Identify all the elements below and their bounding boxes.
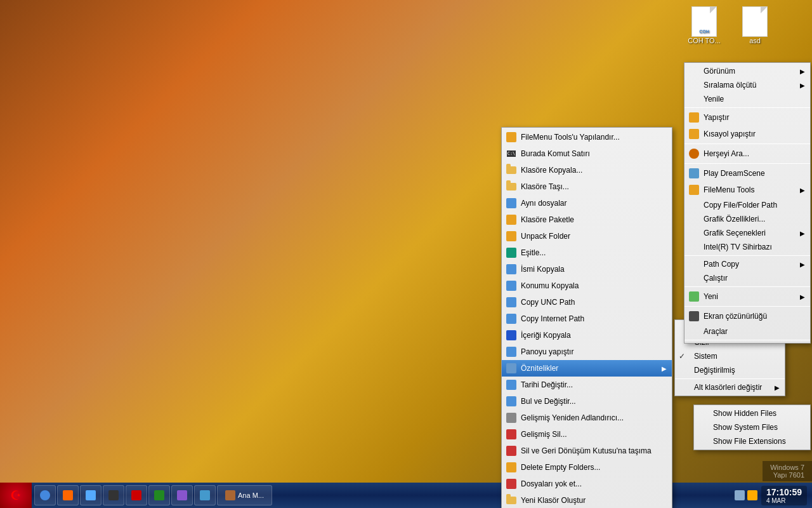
- ekran-coz[interactable]: Ekran çözünürlüğü: [684, 308, 810, 324]
- same-files[interactable]: Aynı dosyalar: [502, 195, 672, 211]
- alt-klasorleri-label: Alt klasörleri değiştir: [694, 383, 769, 392]
- taskbar-app-2[interactable]: [80, 485, 102, 505]
- grafik-ozellikleri[interactable]: Grafik Özellikleri...: [684, 212, 810, 226]
- shred-icon: [506, 478, 517, 490]
- delete-to-recycle[interactable]: Sil ve Geri Dönüşüm Kutusu'na taşıma: [502, 443, 672, 459]
- attributes[interactable]: Öznitelikler ▶: [502, 360, 672, 377]
- delete-empty-folders[interactable]: Delete Empty Folders...: [502, 459, 672, 476]
- command-prompt-here[interactable]: C:\ Burada Komut Satırı: [502, 145, 672, 162]
- filemenu-tools-right[interactable]: FileMenu Tools ▶: [684, 182, 810, 198]
- taskbar-app-4[interactable]: [126, 485, 147, 505]
- copy-to-folder[interactable]: Klasöre Kopyala...: [502, 162, 672, 178]
- degistirilmis-label: Değiştirilmiş: [694, 366, 780, 375]
- app-2-icon: [86, 490, 96, 500]
- copy-location-icon: [506, 280, 517, 291]
- herseyi-ara-label: Herşeyi Ara...: [704, 149, 805, 158]
- grafik-oz-label: Grafik Özellikleri...: [704, 215, 805, 224]
- copy-location[interactable]: Konumu Kopyala: [502, 277, 672, 294]
- change-date-label: Tarihi Değiştir...: [521, 380, 667, 389]
- dreamscene-icon: [688, 168, 700, 179]
- sync[interactable]: Eşitle...: [502, 244, 672, 261]
- taskbar-app-5[interactable]: [148, 485, 170, 505]
- app-6-icon: [177, 490, 187, 500]
- unpack-folder[interactable]: Unpack Folder: [502, 228, 672, 244]
- move-to-folder[interactable]: Klasöre Taşı...: [502, 178, 672, 195]
- find-replace[interactable]: Bul ve Değiştir...: [502, 393, 672, 410]
- path-copy-right[interactable]: Path Copy ▶: [684, 257, 810, 271]
- sync-icon: [506, 247, 517, 258]
- app-0-icon: [40, 490, 50, 500]
- cmd-label: Burada Komut Satırı: [521, 149, 667, 158]
- intel-tv[interactable]: Intel(R) TV Sihirbazı: [684, 240, 810, 254]
- taskbar-app-ana[interactable]: Ana M...: [217, 485, 272, 505]
- copy-contents-icon: [506, 330, 517, 341]
- filemenu-tools-configure[interactable]: FileMenu Tools'u Yapılandır...: [502, 129, 672, 145]
- app-1-icon: [63, 490, 73, 500]
- same-files-icon: [506, 197, 517, 209]
- copy-name[interactable]: İsmi Kopyala: [502, 261, 672, 277]
- advanced-renamer[interactable]: Gelişmiş Yeniden Adlandırıcı...: [502, 410, 672, 426]
- taskbar-app-0[interactable]: [34, 485, 56, 505]
- play-dreamscene[interactable]: Play DreamScene: [684, 165, 810, 182]
- shred-label: Dosyaları yok et...: [521, 479, 667, 488]
- taskbar: ☪: [0, 483, 812, 508]
- degistirilmis[interactable]: Değiştirilmiş: [675, 363, 785, 377]
- sep5: [684, 286, 810, 287]
- intel-tv-label: Intel(R) TV Sihirbazı: [704, 243, 805, 251]
- yapistir[interactable]: Yapıştır: [684, 109, 810, 126]
- taskbar-app-3[interactable]: [103, 485, 124, 505]
- calistir[interactable]: Çalıştır: [684, 271, 810, 285]
- siralama[interactable]: Sıralama ölçütü ▶: [684, 78, 810, 92]
- show-system-files[interactable]: Show System Files: [694, 420, 810, 434]
- new-folder[interactable]: Yeni Klasör Oluştur: [502, 492, 672, 508]
- advanced-delete-icon: [506, 429, 517, 440]
- advanced-delete[interactable]: Gelişmiş Sil...: [502, 426, 672, 443]
- pack-icon: [506, 214, 517, 225]
- delete-recycle-icon: [506, 445, 517, 457]
- yenile[interactable]: Yenile: [684, 92, 810, 106]
- win7-build: Yapı 7601: [770, 471, 804, 479]
- win7-watermark: Windows 7 Yapı 7601: [763, 461, 812, 481]
- app-4-icon: [131, 490, 141, 500]
- show-submenu: Show Hidden Files Show System Files Show…: [693, 404, 811, 450]
- sistem[interactable]: ✓ Sistem: [675, 349, 785, 363]
- path-copy-label: Path Copy: [704, 260, 795, 269]
- show-hidden-files[interactable]: Show Hidden Files: [694, 406, 810, 420]
- copy-file-folder-path[interactable]: Copy File/Folder Path: [684, 198, 810, 212]
- yeni-main[interactable]: Yeni ▶: [684, 288, 810, 305]
- clock-date: 4 MAR: [766, 497, 802, 504]
- copy-internet-path[interactable]: Copy Internet Path: [502, 311, 672, 327]
- kisayol-yapistir[interactable]: Kısayol yapıştır: [684, 126, 810, 142]
- pack-label: Klasöre Paketle: [521, 215, 667, 224]
- new-folder-icon: [506, 495, 517, 506]
- grafik-secenekleri[interactable]: Grafik Seçenekleri ▶: [684, 226, 810, 240]
- app-ana-icon: [225, 490, 235, 500]
- copy-unc-path[interactable]: Copy UNC Path: [502, 294, 672, 311]
- sep7: [684, 340, 810, 340]
- configure-icon: [506, 131, 517, 143]
- paste-clipboard[interactable]: Panoyu yapıştır: [502, 344, 672, 360]
- clock-widget[interactable]: 17:10:59 4 MAR: [761, 486, 807, 505]
- taskbar-app-1[interactable]: [57, 485, 79, 505]
- desktop-icon-asd[interactable]: asd: [733, 6, 777, 44]
- unpack-label: Unpack Folder: [521, 232, 667, 241]
- araclar[interactable]: Araçlar: [684, 324, 810, 338]
- gorunum[interactable]: Görünüm ▶: [684, 64, 810, 78]
- show-file-extensions[interactable]: Show File Extensions: [694, 434, 810, 448]
- start-button[interactable]: ☪: [0, 483, 32, 508]
- shred-files[interactable]: Dosyaları yok et...: [502, 476, 672, 492]
- new-folder-label: Yeni Klasör Oluştur: [521, 496, 667, 505]
- monitor-icon: [688, 311, 700, 322]
- alt-klasorleri[interactable]: Alt klasörleri değiştir ▶: [675, 380, 785, 394]
- advanced-renamer-icon: [506, 412, 517, 424]
- herseyi-ara[interactable]: Herşeyi Ara...: [684, 145, 810, 162]
- taskbar-app-7[interactable]: [194, 485, 216, 505]
- taskbar-app-6[interactable]: [171, 485, 193, 505]
- change-date[interactable]: Tarihi Değiştir...: [502, 377, 672, 393]
- pack-to-folder[interactable]: Klasöre Paketle: [502, 211, 672, 228]
- sistem-label: Sistem: [694, 352, 780, 361]
- desktop-icon-coh[interactable]: COH COH TO...: [682, 6, 726, 44]
- tray-icon-1: [747, 490, 757, 500]
- copy-contents[interactable]: İçeriği Kopyala: [502, 327, 672, 344]
- clock-time: 17:10:59: [766, 487, 802, 497]
